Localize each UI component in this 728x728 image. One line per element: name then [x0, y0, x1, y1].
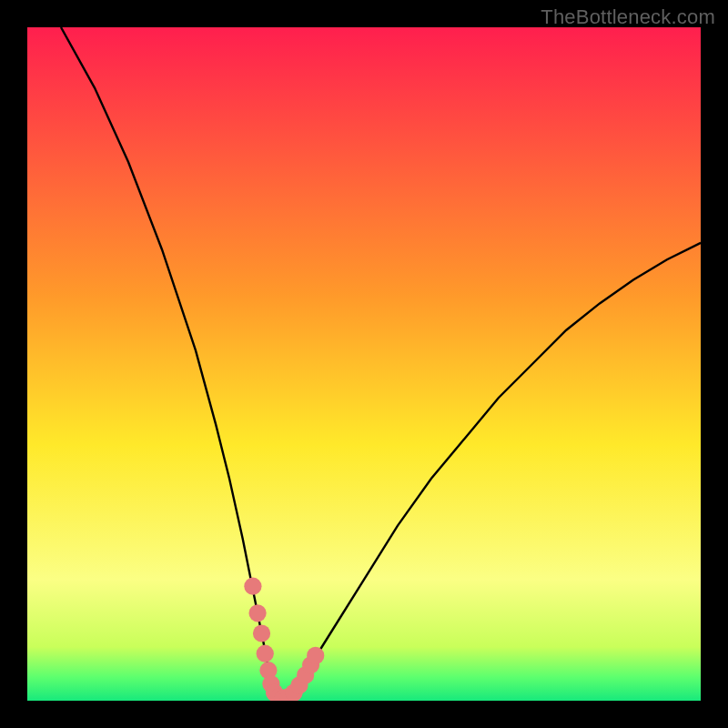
- highlight-marker: [257, 645, 274, 662]
- watermark-text: TheBottleneck.com: [541, 5, 715, 29]
- chart-background: [27, 27, 701, 701]
- highlight-marker: [307, 647, 324, 664]
- highlight-marker: [253, 624, 270, 642]
- bottleneck-chart: [27, 27, 701, 701]
- highlight-marker: [244, 578, 261, 595]
- plot-area: [27, 27, 701, 701]
- chart-frame: TheBottleneck.com: [0, 0, 728, 728]
- highlight-marker: [248, 604, 266, 622]
